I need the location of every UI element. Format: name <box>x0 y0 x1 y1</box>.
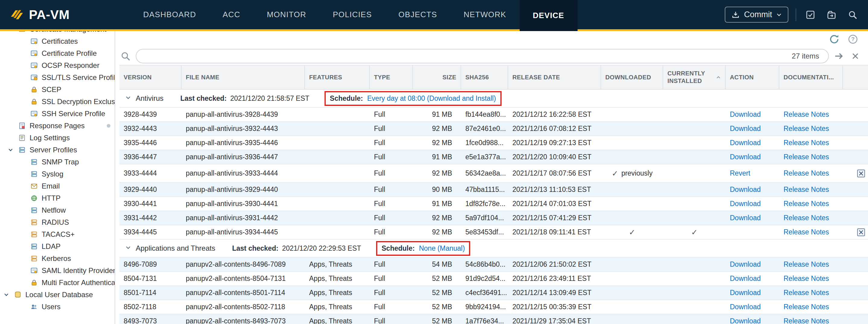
table-row[interactable]: 3929-4440panup-all-antivirus-3929-4440Fu… <box>119 183 868 197</box>
revert-link[interactable]: Revert <box>730 169 750 177</box>
sidebar-item-certificates[interactable]: Certificates <box>0 35 115 47</box>
release-notes-link[interactable]: Release Notes <box>783 228 829 236</box>
nav-tab-acc[interactable]: ACC <box>209 0 254 29</box>
column-header-release-date[interactable]: RELEASE DATE <box>508 65 601 89</box>
table-row[interactable]: 8502-7118panupv2-all-contents-8502-7118A… <box>119 300 868 314</box>
apply-filter-icon[interactable] <box>833 50 845 62</box>
release-notes-link[interactable]: Release Notes <box>783 139 829 147</box>
download-link[interactable]: Download <box>730 153 761 161</box>
sidebar-item-ssl-decryption-exclusion[interactable]: SSL Decryption Exclusion <box>0 96 115 108</box>
download-link[interactable]: Download <box>730 260 761 268</box>
download-link[interactable]: Download <box>730 139 761 147</box>
sidebar-item-server-profiles[interactable]: Server Profiles <box>0 144 115 156</box>
column-header-features[interactable]: FEATURES <box>305 65 370 89</box>
sidebar-item-ocsp-responder[interactable]: OCSP Responder <box>0 59 115 71</box>
sidebar-item-http[interactable]: HTTP <box>0 192 115 204</box>
sidebar-item-ssh-service-profile[interactable]: SSH Service Profile <box>0 108 115 120</box>
release-notes-link[interactable]: Release Notes <box>783 153 829 161</box>
chevron-down-icon[interactable] <box>2 292 10 298</box>
sidebar-item-ssl-tls-service-profile[interactable]: SSL/TLS Service Profile <box>0 71 115 84</box>
column-header-documentati[interactable]: DOCUMENTATI... <box>779 65 843 89</box>
collapse-group-icon[interactable] <box>125 244 131 252</box>
nav-tab-policies[interactable]: POLICIES <box>319 0 385 29</box>
column-header-extra[interactable] <box>843 65 868 89</box>
chevron-down-icon[interactable] <box>7 147 14 153</box>
schedule-link[interactable]: Every day at 08:00 (Download and Install… <box>367 94 496 102</box>
table-row[interactable]: 8493-7073panupv2-all-contents-8493-7073A… <box>119 314 868 324</box>
sidebar-item-saml-identity-provider[interactable]: SAML Identity Provider <box>0 265 115 277</box>
sidebar-item-ldap[interactable]: LDAP <box>0 240 115 253</box>
download-link[interactable]: Download <box>730 125 761 133</box>
sidebar-item-certificate-management[interactable]: Certificate Management <box>0 31 115 35</box>
release-notes-link[interactable]: Release Notes <box>783 274 829 283</box>
table-row[interactable]: 8496-7089panupv2-all-contents-8496-7089A… <box>119 258 868 272</box>
commit-button[interactable]: Commit <box>725 7 788 23</box>
release-notes-link[interactable]: Release Notes <box>783 260 829 268</box>
table-row[interactable]: 3935-4446panup-all-antivirus-3935-4446Fu… <box>119 136 868 150</box>
release-notes-link[interactable]: Release Notes <box>783 214 829 222</box>
sidebar-item-radius[interactable]: RADIUS <box>0 216 115 228</box>
column-header-version[interactable]: VERSION <box>119 65 182 89</box>
table-row[interactable]: 8504-7131panupv2-all-contents-8504-7131A… <box>119 272 868 286</box>
clear-filter-icon[interactable] <box>849 50 861 62</box>
sidebar-item-netflow[interactable]: Netflow <box>0 204 115 216</box>
nav-tab-objects[interactable]: OBJECTS <box>385 0 450 29</box>
column-header-action[interactable]: ACTION <box>726 65 779 89</box>
download-link[interactable]: Download <box>730 110 761 119</box>
refresh-icon[interactable] <box>828 33 840 45</box>
schedule-link[interactable]: None (Manual) <box>419 244 465 253</box>
download-link[interactable]: Download <box>730 200 761 208</box>
sidebar-item-response-pages[interactable]: Response Pages <box>0 120 115 132</box>
download-link[interactable]: Download <box>730 303 761 311</box>
help-icon[interactable]: ? <box>847 33 859 45</box>
table-row[interactable]: 3931-4442panup-all-antivirus-3931-4442Fu… <box>119 211 868 225</box>
sidebar-item-local-user-database[interactable]: Local User Database <box>0 289 115 301</box>
delete-download-icon[interactable] <box>857 169 865 178</box>
column-header-type[interactable]: TYPE <box>370 65 413 89</box>
nav-tab-network[interactable]: NETWORK <box>450 0 519 29</box>
sidebar-item-multi-factor-authentication[interactable]: Multi Factor Authentication <box>0 277 115 289</box>
global-search-icon[interactable] <box>846 8 860 22</box>
column-header-sha256[interactable]: SHA256 <box>461 65 508 89</box>
nav-tab-device[interactable]: DEVICE <box>520 0 578 31</box>
sidebar-item-email[interactable]: Email <box>0 180 115 192</box>
sidebar-item-scep[interactable]: SCEP <box>0 84 115 96</box>
release-notes-link[interactable]: Release Notes <box>783 169 829 177</box>
table-row[interactable]: 3936-4447panup-all-antivirus-3936-4447Fu… <box>119 150 868 165</box>
table-row[interactable]: 8501-7114panupv2-all-contents-8501-7114A… <box>119 286 868 300</box>
release-notes-link[interactable]: Release Notes <box>783 200 829 208</box>
release-notes-link[interactable]: Release Notes <box>783 317 829 324</box>
download-link[interactable]: Download <box>730 289 761 297</box>
release-notes-link[interactable]: Release Notes <box>783 303 829 311</box>
table-row[interactable]: 3933-4444panup-all-antivirus-3933-4444Fu… <box>119 165 868 183</box>
table-row[interactable]: 3928-4439panup-all-antivirus-3928-4439Fu… <box>119 108 868 122</box>
delete-download-icon[interactable] <box>857 228 865 237</box>
sidebar-item-kerberos[interactable]: Kerberos <box>0 253 115 265</box>
sidebar-item-certificate-profile[interactable]: Certificate Profile <box>0 47 115 59</box>
release-notes-link[interactable]: Release Notes <box>783 289 829 297</box>
column-header-size[interactable]: SIZE <box>413 65 461 89</box>
chevron-down-icon[interactable] <box>7 31 14 32</box>
sidebar-item-snmp-trap[interactable]: SNMP Trap <box>0 156 115 168</box>
column-header-file-name[interactable]: FILE NAME <box>182 65 305 89</box>
sidebar-item-users[interactable]: Users <box>0 301 115 313</box>
release-notes-link[interactable]: Release Notes <box>783 110 829 119</box>
table-row[interactable]: 3932-4443panup-all-antivirus-3932-4443Fu… <box>119 122 868 136</box>
filter-input[interactable] <box>136 49 829 63</box>
sidebar-item-log-settings[interactable]: Log Settings <box>0 132 115 144</box>
save-config-icon[interactable] <box>803 8 817 22</box>
sidebar-item-tacacs[interactable]: TACACS+ <box>0 228 115 240</box>
column-header-currently-installed[interactable]: CURRENTLY INSTALLED <box>663 65 726 89</box>
table-row[interactable]: 3934-4445panup-all-antivirus-3934-4445Fu… <box>119 225 868 239</box>
nav-tab-dashboard[interactable]: DASHBOARD <box>130 0 210 29</box>
nav-tab-monitor[interactable]: MONITOR <box>254 0 320 29</box>
release-notes-link[interactable]: Release Notes <box>783 125 829 133</box>
collapse-group-icon[interactable] <box>125 94 131 102</box>
download-link[interactable]: Download <box>730 274 761 283</box>
task-manager-icon[interactable] <box>825 8 838 22</box>
download-link[interactable]: Download <box>730 214 761 222</box>
download-link[interactable]: Download <box>730 317 761 324</box>
release-notes-link[interactable]: Release Notes <box>783 185 829 194</box>
column-header-downloaded[interactable]: DOWNLOADED <box>601 65 663 89</box>
download-link[interactable]: Download <box>730 185 761 194</box>
